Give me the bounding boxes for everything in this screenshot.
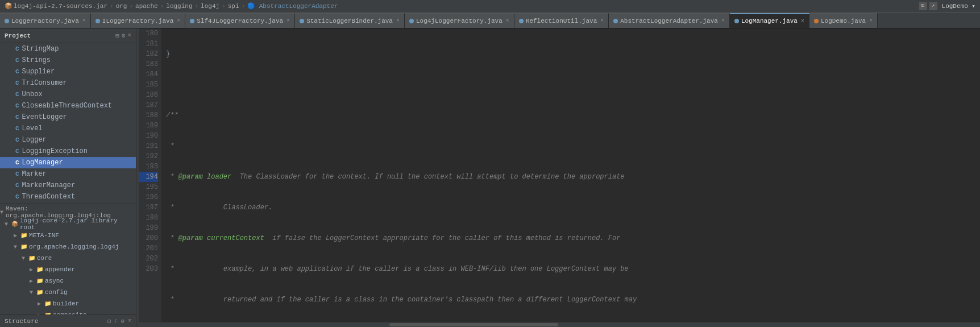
maven-item-label: config <box>45 289 68 296</box>
maven-item-label: META-INF <box>29 232 59 239</box>
sidebar-item-level[interactable]: C Level <box>0 123 136 134</box>
sidebar-item-markermanager[interactable]: C MarkerManager <box>0 180 136 191</box>
close-icon[interactable]: × <box>396 18 400 24</box>
horizontal-scrollbar[interactable] <box>136 322 980 327</box>
code-line-182: /** <box>166 110 980 121</box>
code-line-187: * example, in a web application if the c… <box>166 264 980 274</box>
maven-item-log4jcore[interactable]: ▼ 📦 log4j-core-2.7.jar library root <box>0 218 136 230</box>
tabs-bar: LoggerFactory.java × ILoggerFactory.java… <box>0 13 980 28</box>
collapse-icon[interactable]: ⊟ <box>115 32 119 39</box>
maven-item-label: log4j-core-2.7.jar library root <box>20 217 136 231</box>
main-layout: Project ⊟ ⚙ × C StringMap C Strings C <box>0 28 980 327</box>
file-icon <box>190 19 194 23</box>
sort-alpha-icon[interactable]: ↕ <box>114 318 118 324</box>
close-icon[interactable]: × <box>82 18 86 24</box>
sidebar-item-triconsumer[interactable]: C TriConsumer <box>0 77 136 89</box>
maven-item-core[interactable]: ▼ 📁 core <box>0 253 136 264</box>
maven-item-label: appender <box>45 266 75 273</box>
tab-label: StaticLoggerBinder.java <box>306 18 393 24</box>
sidebar-actions: ⊟ ⚙ × <box>115 32 131 39</box>
sidebar-item-stringmap[interactable]: C StringMap <box>0 43 136 55</box>
sidebar-item-logmanager[interactable]: C LogManager <box>0 157 136 168</box>
tab-slf4jloggerfactory[interactable]: Slf4JLoggerFactory.java × <box>185 13 295 28</box>
expand-icon: ▼ <box>0 209 3 216</box>
maven-item-composite[interactable]: ▶ 📁 composite <box>0 309 136 314</box>
sidebar-item-marker[interactable]: C Marker <box>0 168 136 180</box>
title-bar-right: ⊡ ↗ LogDemo ▾ <box>919 2 975 10</box>
tab-label: ILoggerFactory.java <box>102 18 173 24</box>
tab-staticloggerbinder[interactable]: StaticLoggerBinder.java × <box>295 13 405 28</box>
tab-label: LoggerFactory.java <box>11 18 79 24</box>
maven-item-metainf[interactable]: ▶ 📁 META-INF <box>0 230 136 241</box>
window-controls: ⊡ ↗ <box>919 2 937 10</box>
tab-label: AbstractLoggerAdapter.java <box>620 18 718 24</box>
maven-section-header[interactable]: ▼ Maven: org.apache.logging.log4j:log <box>0 206 136 218</box>
sidebar-header: Project ⊟ ⚙ × <box>0 28 136 43</box>
sidebar-item-loggingexception[interactable]: C LoggingException <box>0 146 136 157</box>
sort-icon[interactable]: ⊟ <box>107 318 111 325</box>
editor-content[interactable]: 180 181 182 183 184 185 186 187 188 189 … <box>136 28 980 322</box>
close-sidebar-icon[interactable]: × <box>127 32 131 39</box>
tab-iloggerfactory[interactable]: ILoggerFactory.java × <box>91 13 185 28</box>
file-icon <box>814 19 819 23</box>
close-structure-icon[interactable]: × <box>128 318 131 324</box>
close-icon[interactable]: × <box>869 18 873 24</box>
file-icon <box>300 19 304 23</box>
close-icon[interactable]: × <box>286 18 290 24</box>
run-config-dropdown[interactable]: LogDemo ▾ <box>942 2 975 10</box>
sidebar-item-closeablethreadcontext[interactable]: C CloseableThreadContext <box>0 100 136 111</box>
maven-item-label: core <box>37 255 52 262</box>
tab-logmanager[interactable]: LogManager.java × <box>730 13 809 28</box>
tab-reflectionutil[interactable]: ReflectionUtil.java × <box>514 13 609 28</box>
maven-item-builder[interactable]: ▶ 📁 builder <box>0 298 136 309</box>
tab-label: LogDemo.java <box>821 18 866 24</box>
file-icon <box>409 19 414 23</box>
close-icon[interactable]: × <box>506 18 509 24</box>
file-icon <box>5 19 9 23</box>
sidebar-item-eventlogger[interactable]: C EventLogger <box>0 111 136 123</box>
sidebar-item-unbox[interactable]: C Unbox <box>0 89 136 100</box>
maven-item-config[interactable]: ▼ 📁 config <box>0 287 136 298</box>
breadcrumb-jar: 📦 <box>5 2 13 10</box>
sidebar-content: C StringMap C Strings C Supplier C TriCo… <box>0 43 136 314</box>
maven-item-async[interactable]: ▶ 📁 async <box>0 275 136 287</box>
sidebar-item-supplier[interactable]: C Supplier <box>0 66 136 77</box>
maven-item-orgapache[interactable]: ▼ 📁 org.apache.logging.log4j <box>0 241 136 253</box>
code-line-186: * @param currentContext if false the Log… <box>166 233 980 243</box>
file-icon <box>613 19 618 23</box>
editor: 180 181 182 183 184 185 186 187 188 189 … <box>136 28 980 327</box>
close-icon[interactable]: × <box>721 18 725 24</box>
title-bar: 📦 log4j-api-2.7-sources.jar › org › apac… <box>0 0 980 13</box>
code-line-180: } <box>166 49 980 59</box>
tab-abstractloggeradapter[interactable]: AbstractLoggerAdapter.java × <box>609 13 730 28</box>
tab-loggerfactory[interactable]: LoggerFactory.java × <box>0 13 91 28</box>
maven-item-label: builder <box>53 300 79 307</box>
scrollbar-thumb[interactable] <box>389 323 558 326</box>
code-area[interactable]: } /** * * @param loader The ClassLoader … <box>161 28 980 322</box>
structure-settings-icon[interactable]: ⚙ <box>121 318 124 325</box>
close-icon[interactable]: × <box>801 18 804 24</box>
tab-logdemo[interactable]: LogDemo.java × <box>809 13 878 28</box>
tab-label: Log4jLoggerFactory.java <box>416 18 503 24</box>
sidebar-title: Project <box>5 32 112 39</box>
sidebar: Project ⊟ ⚙ × C StringMap C Strings C <box>0 28 136 327</box>
maven-item-label: org.apache.logging.log4j <box>29 243 119 250</box>
file-icon <box>519 19 524 23</box>
line-numbers: 180 181 182 183 184 185 186 187 188 189 … <box>139 28 161 322</box>
sidebar-item-logger[interactable]: C Logger <box>0 134 136 146</box>
tab-log4jloggerfactory[interactable]: Log4jLoggerFactory.java × <box>405 13 514 28</box>
settings-icon[interactable]: ⚙ <box>122 32 126 39</box>
close-icon[interactable]: × <box>177 18 180 24</box>
maven-item-appender[interactable]: ▶ 📁 appender <box>0 264 136 275</box>
code-line-183: * <box>166 141 980 151</box>
file-icon <box>95 19 100 23</box>
sidebar-item-strings[interactable]: C Strings <box>0 55 136 66</box>
sidebar-item-threadcontext[interactable]: C ThreadContext <box>0 191 136 202</box>
structure-bar: Structure ⊟ ↕ ⚙ × <box>0 314 136 327</box>
code-line-181 <box>166 80 980 90</box>
code-line-185: * ClassLoader. <box>166 202 980 213</box>
file-icon <box>734 19 739 23</box>
close-icon[interactable]: × <box>600 18 604 24</box>
breadcrumb: 📦 log4j-api-2.7-sources.jar › org › apac… <box>5 2 919 10</box>
tab-label: ReflectionUtil.java <box>526 18 597 24</box>
